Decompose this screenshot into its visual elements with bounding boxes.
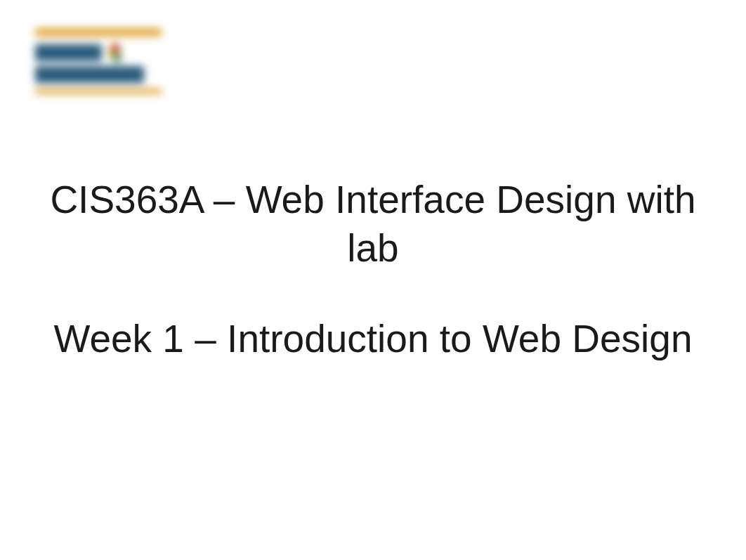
slide-content: CIS363A – Web Interface Design with lab … <box>0 176 746 363</box>
logo-accent-bottom <box>35 89 162 94</box>
university-logo <box>35 28 176 126</box>
logo-text-university <box>35 66 144 83</box>
logo-accent-top <box>35 28 162 37</box>
week-title: Week 1 – Introduction to Web Design <box>42 315 704 363</box>
course-title: CIS363A – Web Interface Design with lab <box>42 176 704 273</box>
logo-emblem-icon <box>107 44 123 62</box>
logo-text-devry <box>35 44 102 61</box>
